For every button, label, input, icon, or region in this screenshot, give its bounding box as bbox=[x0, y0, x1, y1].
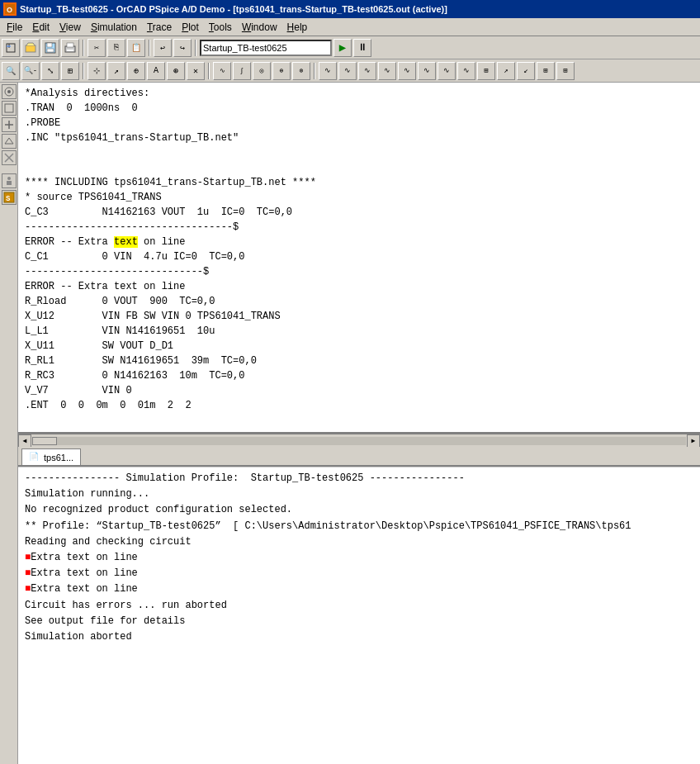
menu-item-edit[interactable]: Edit bbox=[27, 20, 54, 35]
paste-btn[interactable]: 📋 bbox=[127, 39, 145, 57]
file-line-4 bbox=[25, 145, 693, 160]
cursor2-btn[interactable]: ⊕ bbox=[272, 62, 291, 80]
left-sidebar: S bbox=[0, 83, 18, 764]
sidebar-btn-7[interactable]: S bbox=[2, 190, 17, 205]
axis-btn[interactable]: ⊞ bbox=[537, 62, 555, 80]
undo-btn[interactable]: ↩ bbox=[154, 39, 172, 57]
file-line-16: L_L1 VIN N141619651 10u bbox=[25, 324, 693, 339]
new-btn[interactable] bbox=[2, 39, 20, 57]
add-trace-btn[interactable]: ⊛ bbox=[167, 62, 185, 80]
sidebar-btn-5[interactable] bbox=[2, 150, 17, 165]
sep-2 bbox=[149, 40, 150, 56]
scroll-thumb[interactable] bbox=[32, 437, 57, 445]
svg-point-13 bbox=[7, 90, 11, 93]
sidebar-btn-1[interactable] bbox=[2, 84, 17, 99]
svg-rect-10 bbox=[67, 43, 73, 47]
output-line-7: ■Extra text on line bbox=[25, 581, 693, 597]
fft-btn[interactable]: ∫ bbox=[233, 62, 251, 80]
menu-item-help[interactable]: Help bbox=[282, 20, 313, 35]
zoom-fit-btn[interactable]: ⤡ bbox=[41, 62, 59, 80]
redo-btn[interactable]: ↪ bbox=[173, 39, 192, 57]
cut-btn[interactable]: ✂ bbox=[88, 39, 106, 57]
sep-5 bbox=[208, 63, 210, 79]
toolbar-row-2: 🔍 🔍- ⤡ ⊞ ⊹ ↗ ⊕ A ⊛ ✕ ∿ ∫ ◎ ⊕ ⊗ ∿ ∿ ∿ ∿ ∿… bbox=[0, 59, 700, 83]
svg-rect-5 bbox=[26, 45, 35, 52]
menu-item-plot[interactable]: Plot bbox=[177, 20, 204, 35]
sidebar-btn-2[interactable] bbox=[2, 101, 17, 116]
file-line-15: X_U12 VIN FB SW VIN 0 TPS61041_TRANS bbox=[25, 309, 693, 324]
goal-btn[interactable]: ◎ bbox=[253, 62, 271, 80]
scroll-track[interactable] bbox=[32, 437, 686, 445]
save-btn[interactable] bbox=[41, 39, 59, 57]
sim-set-btn[interactable]: ⊞ bbox=[477, 62, 495, 80]
cursor-btn[interactable]: ⊹ bbox=[88, 62, 106, 80]
simulation-profile-input[interactable] bbox=[200, 40, 332, 56]
svg-rect-14 bbox=[5, 104, 13, 112]
sidebar-btn-4[interactable] bbox=[2, 134, 17, 149]
import-btn[interactable]: ↙ bbox=[517, 62, 535, 80]
main-area: S *Analysis directives: .TRAN 0 1000ns 0… bbox=[0, 83, 700, 764]
pause-btn[interactable]: ⏸ bbox=[353, 39, 371, 57]
run-simulation-btn[interactable]: ▶ bbox=[333, 39, 352, 57]
file-line-12: ------------------------------$ bbox=[25, 264, 693, 279]
file-line-1: .TRAN 0 1000ns 0 bbox=[25, 101, 693, 116]
delete-btn[interactable]: ✕ bbox=[187, 62, 205, 80]
meas-btn[interactable]: ∿ bbox=[213, 62, 231, 80]
svg-rect-7 bbox=[47, 43, 52, 47]
file-line-19: R_RC3 0 N14162163 10m TC=0,0 bbox=[25, 368, 693, 383]
zoom-out-btn[interactable]: 🔍- bbox=[21, 62, 40, 80]
marker-btn[interactable]: ↗ bbox=[107, 62, 125, 80]
wave3-btn[interactable]: ∿ bbox=[358, 62, 376, 80]
output-line-9: See output file for details bbox=[25, 614, 693, 629]
file-line-8: C_C3 N14162163 VOUT 1u IC=0 TC=0,0 bbox=[25, 205, 693, 220]
menu-item-file[interactable]: File bbox=[2, 20, 27, 35]
output-line-4: Reading and checking circuit bbox=[25, 534, 693, 550]
wave4-btn[interactable]: ∿ bbox=[378, 62, 396, 80]
menu-item-trace[interactable]: Trace bbox=[142, 20, 177, 35]
sep-3 bbox=[195, 40, 196, 56]
sidebar-btn-3[interactable] bbox=[2, 117, 17, 132]
label-btn[interactable]: A bbox=[147, 62, 165, 80]
menu-item-window[interactable]: Window bbox=[237, 20, 282, 35]
tab-bar: 📄 tps61... bbox=[18, 447, 700, 467]
wave6-btn[interactable]: ∿ bbox=[418, 62, 436, 80]
content-area: *Analysis directives: .TRAN 0 1000ns 0 .… bbox=[18, 83, 700, 764]
template-btn[interactable]: ⊗ bbox=[292, 62, 310, 80]
menu-item-tools[interactable]: Tools bbox=[204, 20, 237, 35]
h-scrollbar[interactable]: ◀ ▶ bbox=[18, 434, 700, 447]
output-line-2: No recognized product configuration sele… bbox=[25, 502, 693, 518]
svg-rect-8 bbox=[47, 49, 54, 52]
probe-btn[interactable]: ⊕ bbox=[127, 62, 145, 80]
export-btn[interactable]: ↗ bbox=[497, 62, 515, 80]
output-line-6: ■Extra text on line bbox=[25, 566, 693, 581]
output-panel[interactable]: ---------------- Simulation Profile: Sta… bbox=[18, 467, 700, 764]
copy-btn[interactable]: ⎘ bbox=[107, 39, 125, 57]
menu-item-view[interactable]: View bbox=[54, 20, 86, 35]
wave1-btn[interactable]: ∿ bbox=[319, 62, 337, 80]
wave8-btn[interactable]: ∿ bbox=[457, 62, 475, 80]
svg-rect-2 bbox=[7, 44, 15, 52]
file-line-6: **** INCLUDING tps61041_trans-Startup_TB… bbox=[25, 175, 693, 190]
file-line-5 bbox=[25, 160, 693, 175]
zoom-in-btn[interactable]: 🔍 bbox=[2, 62, 20, 80]
grid-btn[interactable]: ⊞ bbox=[556, 62, 575, 80]
wave2-btn[interactable]: ∿ bbox=[338, 62, 357, 80]
tab-label: tps61... bbox=[44, 453, 73, 463]
title-text: Startup_TB-test0625 - OrCAD PSpice A/D D… bbox=[20, 4, 447, 14]
scroll-right-btn[interactable]: ▶ bbox=[687, 434, 700, 448]
sidebar-btn-6[interactable] bbox=[2, 173, 17, 188]
open-btn[interactable] bbox=[21, 39, 40, 57]
wave7-btn[interactable]: ∿ bbox=[438, 62, 456, 80]
zoom-area-btn[interactable]: ⊞ bbox=[61, 62, 79, 80]
menu-item-simulation[interactable]: Simulation bbox=[86, 20, 142, 35]
print-btn[interactable] bbox=[61, 39, 79, 57]
wave5-btn[interactable]: ∿ bbox=[398, 62, 416, 80]
file-tab[interactable]: 📄 tps61... bbox=[21, 448, 81, 465]
file-viewer[interactable]: *Analysis directives: .TRAN 0 1000ns 0 .… bbox=[18, 83, 700, 434]
file-line-0: *Analysis directives: bbox=[25, 86, 693, 101]
toolbar-row-1: ✂ ⎘ 📋 ↩ ↪ ▶ ⏸ bbox=[0, 36, 700, 59]
output-line-10: Simulation aborted bbox=[25, 629, 693, 645]
scroll-left-btn[interactable]: ◀ bbox=[18, 434, 31, 448]
svg-text:O: O bbox=[7, 6, 12, 14]
file-line-18: R_RL1 SW N141619651 39m TC=0,0 bbox=[25, 354, 693, 368]
